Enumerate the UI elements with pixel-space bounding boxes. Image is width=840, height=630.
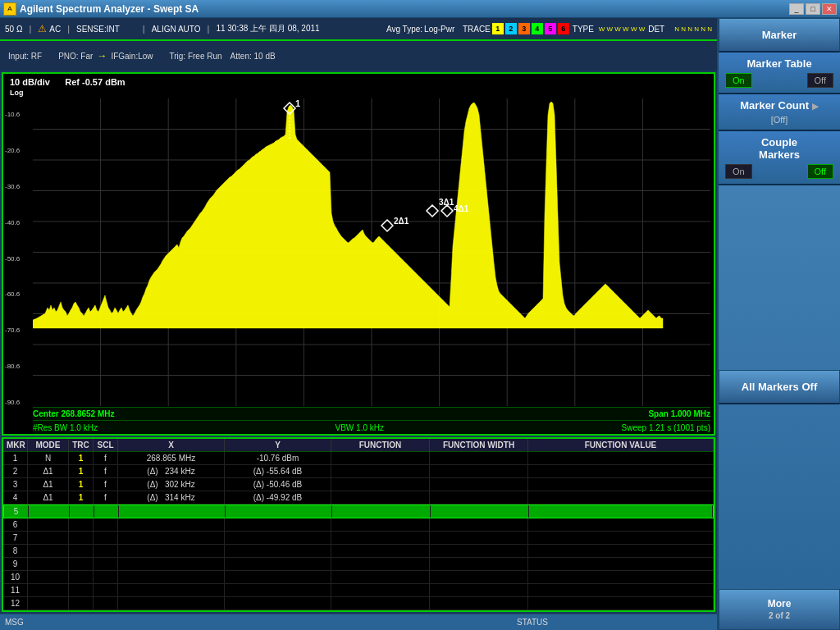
col-mode: MODE — [28, 439, 69, 451]
trace-label: TRACE — [463, 25, 491, 34]
status-bar-top: 50 Ω | ⚠ AC | SENSE:INT | ALIGN AUTO | 1… — [0, 18, 717, 41]
all-markers-off-button[interactable]: All Markers Off — [719, 370, 840, 404]
row1-scl: f — [94, 452, 118, 464]
row3-trc: 1 — [69, 478, 94, 491]
svg-text:1: 1 — [295, 98, 300, 108]
row5-funcw — [431, 505, 529, 518]
couple-markers-on-button[interactable]: On — [725, 164, 752, 179]
row1-funcv — [528, 452, 714, 464]
row1-y: -10.76 dBm — [225, 452, 331, 464]
row5-trc — [70, 505, 94, 518]
res-bw: #Res BW 1.0 kHz — [33, 423, 98, 432]
marker-table-on-button[interactable]: On — [725, 73, 752, 88]
marker-table-toggle-row: On Off — [725, 73, 833, 88]
row1-funcw — [430, 452, 528, 464]
marker-table-off-button[interactable]: Off — [807, 73, 833, 88]
row4-func — [331, 491, 430, 504]
more-page: 2 of 2 — [769, 611, 790, 620]
row5-scl — [94, 505, 119, 518]
sense-display: SENSE:INT — [76, 25, 120, 34]
spectrum-header: 10 dB/div Ref -0.57 dBm Log — [10, 77, 126, 97]
marker-count-state: [Off] — [725, 115, 833, 125]
avg-type-value: Log-Pwr — [424, 25, 454, 34]
marker-row-7: 7 — [3, 532, 714, 545]
row1-mode: N — [28, 452, 69, 464]
row1-trc: 1 — [69, 452, 94, 464]
trace-5: 5 — [545, 23, 556, 34]
y-label-8: -90.6 — [5, 399, 32, 406]
marker-table-label: Marker Table — [725, 57, 833, 70]
input-label: Input: RF — [8, 52, 42, 61]
center-freq: Center 268.8652 MHz — [33, 409, 115, 418]
spectrum-display: 10 dB/div Ref -0.57 dBm Log -10.6 -20.6 … — [2, 72, 715, 436]
close-button[interactable]: ✕ — [822, 3, 837, 15]
row4-mode: Δ1 — [28, 491, 69, 504]
input-section: Input: RF — [8, 52, 42, 61]
row1-x: 268.865 MHz — [118, 452, 225, 464]
empty-marker-rows: 6 7 8 9 10 11 12 — [3, 518, 714, 610]
marker-button[interactable]: Marker — [719, 18, 840, 52]
det-label: DET — [648, 25, 673, 34]
col-funcv: FUNCTION VALUE — [528, 439, 714, 451]
row5-mode — [29, 505, 70, 518]
marker-table: MKR MODE TRC SCL X Y FUNCTION FUNCTION W… — [2, 437, 715, 612]
col-scl: SCL — [94, 439, 118, 451]
avg-type-label: Avg Type: — [386, 25, 422, 34]
marker-row-2: 2 Δ1 1 f (Δ) 234 kHz (Δ) -55.64 dB — [3, 465, 714, 478]
marker-row-10: 10 — [3, 571, 714, 584]
pno-value: PNO: Far — [58, 52, 93, 61]
row4-funcv — [528, 491, 714, 504]
row4-trc: 1 — [69, 491, 94, 504]
row5-y — [226, 505, 332, 518]
trace-info: Avg Type: Log-Pwr TRACE 1 2 3 4 5 6 TYPE… — [386, 23, 712, 34]
row3-funcv — [528, 478, 714, 491]
trace-3: 3 — [518, 23, 530, 34]
more-button[interactable]: More 2 of 2 — [719, 589, 840, 630]
more-label: More — [768, 598, 792, 609]
couple-markers-toggle-row: On Off — [725, 164, 833, 179]
y-axis: -10.6 -20.6 -30.6 -40.6 -50.6 -60.6 -70.… — [5, 111, 32, 406]
right-sidebar: Marker Marker Table On Off Marker Count … — [717, 18, 840, 630]
row2-scl: f — [94, 465, 118, 477]
col-y: Y — [225, 439, 331, 451]
row5-funcv — [529, 505, 713, 518]
coupling-value: AC — [49, 25, 61, 34]
row2-x: (Δ) 234 kHz — [118, 465, 225, 477]
svg-text:2Δ1: 2Δ1 — [394, 217, 409, 226]
y-label-5: -60.6 — [5, 290, 32, 298]
titlebar: A Agilent Spectrum Analyzer - Swept SA _… — [0, 0, 840, 18]
trace-4: 4 — [532, 23, 543, 34]
msg-label: MSG — [5, 618, 24, 627]
atten-value: Atten: 10 dB — [231, 52, 276, 61]
col-mkr: MKR — [3, 439, 28, 451]
svg-marker-24 — [427, 205, 438, 217]
y-label-4: -50.6 — [5, 255, 32, 262]
titlebar-title: Agilent Spectrum Analyzer - Swept SA — [20, 3, 789, 15]
couple-markers-off-button[interactable]: Off — [807, 164, 833, 179]
minimize-button[interactable]: _ — [789, 3, 804, 15]
y-label-0: -10.6 — [5, 111, 32, 118]
row5-mkr: 5 — [4, 505, 29, 518]
impedance-value: 50 Ω — [5, 25, 22, 34]
y-label-3: -40.6 — [5, 219, 32, 226]
det-symbols: N N N N N N — [674, 25, 712, 33]
row3-mode: Δ1 — [28, 478, 69, 491]
marker-table-header: MKR MODE TRC SCL X Y FUNCTION FUNCTION W… — [3, 439, 714, 452]
type-label: TYPE — [573, 25, 597, 34]
marker-row-11: 11 — [3, 584, 714, 597]
marker-row-8: 8 — [3, 545, 714, 558]
marker-row-1: 1 N 1 f 268.865 MHz -10.76 dBm — [3, 452, 714, 465]
row3-y: (Δ) -50.46 dB — [225, 478, 331, 491]
trig-value: Trig: Free Run — [170, 52, 222, 61]
pno-section: PNO: Far → IFGain:Low — [58, 50, 153, 62]
col-funcw: FUNCTION WIDTH — [430, 439, 528, 451]
marker-count-label: Marker Count ▶ — [725, 99, 833, 112]
row5-x — [119, 505, 226, 518]
trig-section: Trig: Free Run Atten: 10 dB — [170, 52, 276, 61]
align-display: ALIGN AUTO — [152, 25, 201, 34]
row2-funcw — [430, 465, 528, 477]
maximize-button[interactable]: □ — [806, 3, 820, 15]
row4-scl: f — [94, 491, 118, 504]
window-controls[interactable]: _ □ ✕ — [789, 3, 837, 15]
row4-mkr: 4 — [3, 491, 28, 504]
